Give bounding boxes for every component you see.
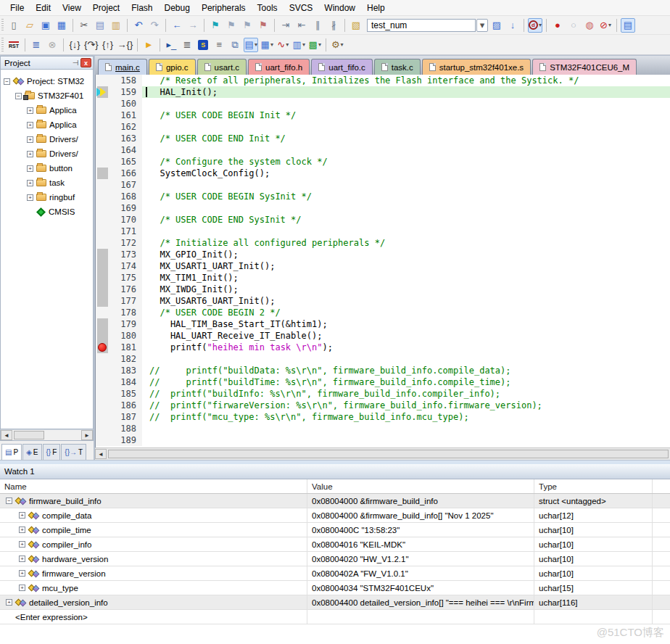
project-horizontal-scrollbar[interactable]: ◄ ► <box>0 429 94 441</box>
watch-type-cell[interactable]: uchar[10] <box>534 537 653 551</box>
indent-icon[interactable]: ⇥ <box>278 18 293 33</box>
watch-value-cell[interactable]: 0x08004000 &firmware_build_info[] "Nov 1… <box>307 508 534 522</box>
code-line-176[interactable]: 176 MX_IWDG_Init(); <box>96 284 670 295</box>
dropdown-arrow-icon[interactable]: ▾ <box>341 41 344 48</box>
code-line-188[interactable]: 188 <box>96 423 670 434</box>
combo-dropdown-icon[interactable]: ▾ <box>476 19 488 32</box>
tab-startup-stm32f401xe-s[interactable]: startup_stm32f401xe.s <box>422 59 531 75</box>
watch-value-cell[interactable]: 0x0800400C "13:58:23" <box>307 523 534 537</box>
symbols-book-icon[interactable]: ▧ <box>349 18 363 33</box>
tree-item-task[interactable]: +task <box>1 176 93 190</box>
watch-row-compile-data[interactable]: +compile_data0x08004000 &firmware_build_… <box>0 508 670 523</box>
column-type[interactable]: Type <box>534 479 653 493</box>
watch-value-cell[interactable]: 0x08004034 "STM32F401CEUx" <box>307 581 534 595</box>
breakpoint-gutter[interactable] <box>96 307 110 318</box>
watch-value-cell[interactable]: 0x0800402A "FW_V1.0.1" <box>307 566 534 580</box>
code-line-168[interactable]: 168 /* USER CODE BEGIN SysInit */ <box>96 191 670 202</box>
watch-type-cell[interactable]: uchar[10] <box>534 566 653 580</box>
breakpoint-gutter[interactable] <box>96 75 110 86</box>
code-line-170[interactable]: 170 /* USER CODE END SysInit */ <box>96 214 670 226</box>
code-line-184[interactable]: 184// printf("buildTime: %s\r\n", firmwa… <box>96 376 670 388</box>
code-line-160[interactable]: 160 <box>96 98 670 110</box>
breakpoint-gutter[interactable] <box>96 376 110 388</box>
watch-windows-icon[interactable]: ▤▾ <box>244 38 258 52</box>
cut-icon[interactable]: ✂ <box>77 18 91 33</box>
code-line-164[interactable]: 164 <box>96 144 670 156</box>
breakpoint-gutter[interactable] <box>96 249 110 260</box>
code-text[interactable]: MX_TIM1_Init(); <box>142 272 670 284</box>
tab-task-c[interactable]: task.c <box>374 59 421 75</box>
editor-horizontal-scrollbar[interactable]: ◄ <box>95 447 670 460</box>
dropdown-arrow-icon[interactable]: ▾ <box>539 22 542 28</box>
watch-type-cell[interactable]: uchar[15] <box>534 581 653 595</box>
expand-plus-icon[interactable]: + <box>19 512 25 519</box>
scroll-thumb[interactable] <box>108 450 669 458</box>
watch-value-cell[interactable] <box>307 610 534 624</box>
code-line-179[interactable]: 179 HAL_TIM_Base_Start_IT(&htim1); <box>96 318 670 330</box>
tab-usart-c[interactable]: usart.c <box>197 59 247 75</box>
code-text[interactable]: // printf("mcu_type: %s\r\n", firmware_b… <box>142 411 670 423</box>
menu-debug[interactable]: Debug <box>159 1 196 15</box>
watch-type-cell[interactable]: struct <untagged> <box>534 494 653 508</box>
watch-row-compiler-info[interactable]: +compiler_info0x08004016 "KEIL-MDK"uchar… <box>0 537 670 552</box>
search-input[interactable]: test_num <box>367 19 476 32</box>
watch-row--enter-expression-[interactable]: <Enter expression> <box>0 610 670 624</box>
code-line-185[interactable]: 185// printf("buildInfo: %s\r\n", firmwa… <box>96 388 670 400</box>
watch-type-cell[interactable]: uchar[10] <box>534 552 653 566</box>
expand-minus-icon[interactable]: − <box>6 498 12 504</box>
scroll-left-icon[interactable]: ◄ <box>1 430 12 440</box>
reset-icon[interactable]: RST <box>7 38 21 52</box>
watch-row-mcu-type[interactable]: +mcu_type0x08004034 "STM32F401CEUx"uchar… <box>0 581 670 595</box>
dropdown-arrow-icon[interactable]: ▾ <box>255 41 257 48</box>
code-line-162[interactable]: 162 <box>96 121 670 133</box>
column-name[interactable]: Name <box>0 479 307 493</box>
expand-plus-icon[interactable]: + <box>27 180 33 186</box>
code-line-172[interactable]: 172 /* Initialize all configured periphe… <box>96 237 670 249</box>
watch-type-cell[interactable]: uchar[116] <box>534 595 653 609</box>
code-text[interactable] <box>142 434 670 446</box>
code-line-163[interactable]: 163 /* USER CODE END Init */ <box>96 133 670 144</box>
breakpoint-gutter[interactable] <box>96 110 110 121</box>
breakpoint-gutter[interactable] <box>96 330 110 342</box>
save-icon[interactable]: ▣ <box>38 18 53 33</box>
code-text[interactable] <box>142 226 670 237</box>
code-text[interactable]: HAL_UART_Receive_IT_Enable(); <box>142 330 670 342</box>
expand-plus-icon[interactable]: + <box>27 136 33 143</box>
dropdown-arrow-icon[interactable]: ▾ <box>302 41 305 48</box>
code-text[interactable]: MX_IWDG_Init(); <box>142 284 670 295</box>
menu-help[interactable]: Help <box>361 1 391 15</box>
code-text[interactable]: MX_GPIO_Init(); <box>142 249 670 260</box>
navigate-forward-icon[interactable]: → <box>186 18 200 33</box>
code-line-183[interactable]: 183// printf("buildData: %s\r\n", firmwa… <box>96 365 670 376</box>
toggle-breakpoint-icon[interactable]: ● <box>550 18 565 33</box>
breakpoint-gutter[interactable] <box>96 434 110 446</box>
system-viewer-icon[interactable]: ▩▾ <box>307 38 322 52</box>
redo-icon[interactable]: ↷ <box>147 18 162 33</box>
expand-plus-icon[interactable]: + <box>19 556 25 562</box>
breakpoint-gutter[interactable] <box>96 179 110 191</box>
watch-row-firmware-version[interactable]: +firmware_version0x0800402A "FW_V1.0.1"u… <box>0 566 670 581</box>
tree-item-button[interactable]: +button <box>1 161 93 176</box>
tree-item-drivers-[interactable]: +Drivers/ <box>1 146 93 161</box>
dropdown-arrow-icon[interactable]: ▾ <box>270 41 273 48</box>
code-text[interactable]: /* USER CODE BEGIN Init */ <box>142 110 670 121</box>
code-line-180[interactable]: 180 HAL_UART_Receive_IT_Enable(); <box>96 330 670 342</box>
breakpoint-gutter[interactable] <box>96 156 110 168</box>
breakpoint-gutter[interactable] <box>96 260 110 272</box>
go-icon[interactable]: ► <box>141 38 156 52</box>
watch-type-cell[interactable]: uchar[10] <box>534 523 653 537</box>
expand-plus-icon[interactable]: + <box>27 194 33 201</box>
watch-value-cell[interactable]: 0x08004020 "HW_V1.2.1" <box>307 552 534 566</box>
code-text[interactable] <box>142 144 670 156</box>
incremental-find-icon[interactable]: ↓ <box>505 18 520 33</box>
disable-breakpoints-icon[interactable]: ◍ <box>582 18 597 33</box>
find-in-files-icon[interactable]: ▨ <box>489 18 504 33</box>
watch-name-cell[interactable]: +firmware_version <box>0 566 307 580</box>
disassembly-window-icon[interactable]: ≣ <box>180 38 194 52</box>
expand-minus-icon[interactable]: − <box>15 93 22 99</box>
dropdown-arrow-icon[interactable]: ▾ <box>286 41 289 48</box>
paste-icon[interactable]: ▥ <box>109 18 123 33</box>
pin-icon[interactable]: ⊣ <box>70 58 80 68</box>
code-line-167[interactable]: 167 <box>96 179 670 191</box>
expand-plus-icon[interactable]: + <box>19 585 25 591</box>
